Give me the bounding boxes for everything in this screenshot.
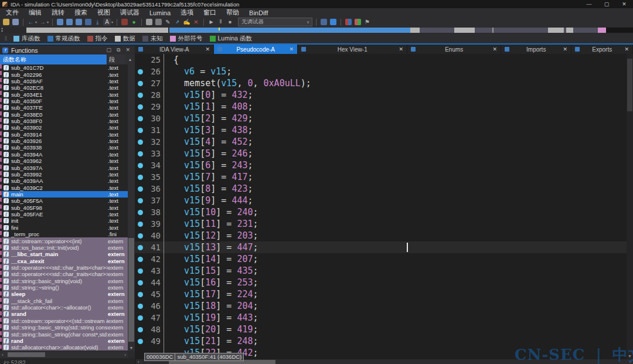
scrollbar-thumb[interactable]	[627, 59, 632, 111]
tab-ida-view-a[interactable]: IDA View-A✕	[135, 45, 214, 54]
code-line[interactable]: 47 v15[19] = 443;	[135, 312, 633, 324]
jump-name-icon[interactable]	[66, 19, 73, 25]
function-row[interactable]: f__cxa_atexitextern	[2, 257, 128, 264]
pause-process-icon[interactable]: Ⅱ	[217, 18, 224, 26]
scroll-right-icon[interactable]: ›	[124, 352, 126, 358]
code-line[interactable]: 36 v15[8] = 423;	[135, 183, 633, 195]
scrollbar-thumb[interactable]	[8, 352, 45, 357]
function-row[interactable]: finit.text	[2, 217, 128, 224]
menu-item-0[interactable]: 文件	[6, 8, 19, 17]
function-row[interactable]: fsrandextern	[2, 311, 128, 317]
legend-item-5[interactable]: 外部符号	[170, 35, 203, 43]
code-line[interactable]: 25 {	[135, 54, 633, 66]
function-row[interactable]: fstd::string::basic_string(void)extern	[2, 278, 128, 284]
function-row[interactable]: fsub_405F5A.text	[2, 198, 128, 204]
search-dropdown-icon[interactable]: ▾	[111, 20, 113, 24]
function-row[interactable]: fsub_403938.text	[2, 144, 128, 151]
legend-item-0[interactable]: 库函数	[13, 35, 40, 43]
function-row[interactable]: fstd::operator<<<std::char_traits<char>>…	[2, 271, 128, 277]
save-icon[interactable]	[12, 19, 19, 25]
column-header-name[interactable]: 函数名称	[0, 55, 107, 64]
function-row[interactable]: fsub_4039AA.text	[2, 178, 128, 184]
debugger-windows-icon[interactable]	[321, 19, 327, 25]
function-row[interactable]: fsub_4034E1.text	[2, 91, 128, 97]
function-row[interactable]: fmain.text	[2, 191, 128, 198]
code-line[interactable]: 41 v15[13] = 447;	[135, 241, 633, 253]
code-vertical-scrollbar[interactable]: ▼	[627, 54, 633, 359]
breakpoint-dot[interactable]	[138, 292, 143, 297]
menu-item-1[interactable]: 编辑	[29, 8, 42, 17]
legend-item-3[interactable]: 数据	[115, 35, 135, 43]
code-line[interactable]: 30 v15[2] = 429;	[135, 113, 633, 124]
function-row[interactable]: fsub_402EC8.text	[2, 84, 128, 91]
lumina-pull-icon[interactable]	[345, 19, 352, 25]
function-row[interactable]: fsub_40394A.text	[2, 151, 128, 158]
code-line[interactable]: 31 v15[3] = 438;	[135, 124, 633, 136]
code-line[interactable]: 38 v15[10] = 240;	[135, 206, 633, 218]
debugger-selector[interactable]: 无调试器 ∨	[238, 18, 312, 26]
function-row[interactable]: f__stack_chk_failextern	[2, 298, 128, 304]
breakpoint-dot[interactable]	[138, 151, 143, 157]
code-line[interactable]: 28 v15[0] = 432;	[135, 89, 633, 101]
lumina-push-icon[interactable]	[355, 19, 361, 25]
menu-item-8[interactable]: 窗口	[203, 8, 216, 17]
legend-item-4[interactable]: 未知	[142, 35, 163, 43]
breakpoint-dot[interactable]	[138, 69, 143, 74]
breakpoint-gutter[interactable]	[135, 195, 145, 206]
breakpoint-gutter[interactable]	[135, 183, 145, 195]
menu-item-10[interactable]: BinDiff	[249, 9, 268, 16]
breakpoint-dot[interactable]	[138, 128, 143, 133]
breakpoint-dot[interactable]	[138, 140, 143, 145]
breakpoint-dot[interactable]	[138, 339, 143, 344]
function-row[interactable]: fstd::ostream::operator<<(int)extern	[2, 237, 128, 244]
text-search-icon[interactable]: A	[103, 18, 111, 26]
breakpoint-dot[interactable]	[138, 304, 143, 309]
code-line[interactable]: 44 v15[16] = 253;	[135, 277, 633, 288]
functions-horizontal-scrollbar[interactable]: ‹ ›	[0, 351, 128, 358]
code-line[interactable]: 43 v15[15] = 435;	[135, 265, 633, 277]
breakpoint-gutter[interactable]	[135, 148, 145, 159]
breakpoint-dot[interactable]	[138, 81, 143, 86]
menu-item-6[interactable]: Lumina	[149, 9, 171, 16]
float-pane-icon[interactable]: ⧉	[117, 47, 120, 53]
function-row[interactable]: fsub_4039C2.text	[2, 184, 128, 190]
cancel-icon[interactable]: ✕	[192, 18, 200, 26]
jump-xref-icon[interactable]	[85, 19, 91, 25]
forward-dropdown-icon[interactable]: ▾	[47, 20, 49, 24]
tab-close-icon[interactable]: ✕	[492, 46, 497, 52]
breakpoint-gutter[interactable]	[135, 241, 145, 253]
close-pane-icon[interactable]: ✕	[125, 47, 130, 53]
menu-item-2[interactable]: 跳转	[52, 8, 64, 17]
tab-close-icon[interactable]: ✕	[289, 46, 294, 52]
code-line[interactable]: 35 v15[7] = 417;	[135, 171, 633, 183]
function-row[interactable]: fsub_4037FE.text	[2, 104, 128, 111]
edit-function-icon[interactable]: ✎	[164, 18, 172, 26]
navigation-band[interactable]: ▴▾	[0, 27, 633, 33]
breakpoint-dot[interactable]	[138, 327, 143, 332]
function-row[interactable]: fsub_4038E0.text	[2, 111, 128, 118]
breakpoint-dot[interactable]	[138, 280, 143, 285]
function-row[interactable]: fsub_4028AF.text	[2, 78, 128, 84]
menu-item-5[interactable]: 调试器	[120, 8, 139, 17]
breakpoint-gutter[interactable]	[135, 124, 145, 136]
navigate-forward-icon[interactable]: →	[39, 18, 46, 26]
functions-panel-titlebar[interactable]: f Functions ▢ ⧉ ✕	[0, 46, 135, 55]
legend-drag-handle[interactable]: ⁞⁞	[5, 36, 6, 42]
tab-close-icon[interactable]: ✕	[624, 46, 629, 52]
breakpoint-dot[interactable]	[138, 198, 143, 203]
breakpoint-gutter[interactable]	[135, 54, 145, 66]
modify-icon[interactable]: ✍	[183, 18, 190, 26]
function-row[interactable]: frandextern	[2, 338, 128, 344]
function-row[interactable]: fsub_403962.text	[2, 158, 128, 164]
function-row[interactable]: fsub_405F98.text	[2, 205, 128, 211]
tab-close-icon[interactable]: ✕	[399, 46, 403, 52]
breakpoint-gutter[interactable]	[135, 335, 145, 347]
breakpoint-dot[interactable]	[138, 268, 143, 274]
code-line[interactable]: 26 v6 = v15;	[135, 66, 633, 77]
tab-enums[interactable]: Enums✕	[407, 45, 501, 54]
breakpoint-dot[interactable]	[138, 245, 143, 250]
function-row[interactable]: fstd::string::basic_string(std::string c…	[2, 324, 128, 331]
breakpoint-dot[interactable]	[138, 93, 143, 98]
tab-close-icon[interactable]: ✕	[563, 46, 567, 52]
function-row[interactable]: fstd::allocator<char>::~allocator()exter…	[2, 304, 128, 311]
